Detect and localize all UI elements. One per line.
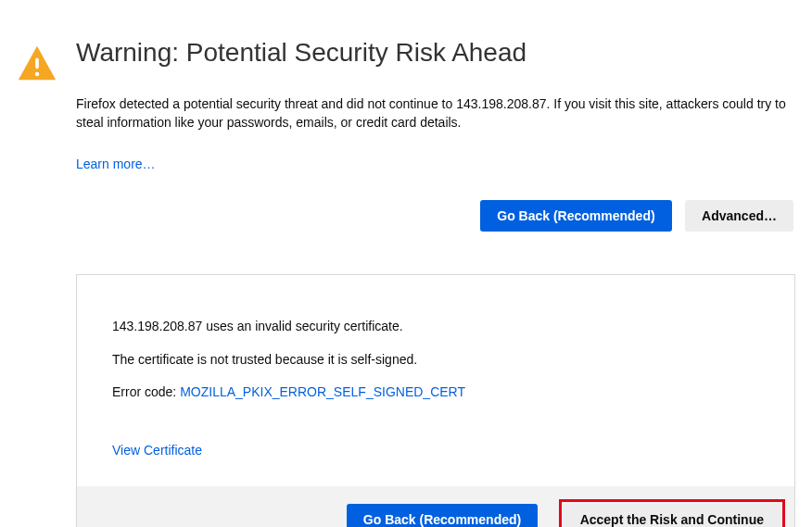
advanced-button[interactable]: Advanced… (685, 200, 793, 232)
warning-icon (17, 43, 57, 83)
advanced-panel: 143.198.208.87 uses an invalid security … (76, 274, 795, 527)
self-signed-text: The certificate is not trusted because i… (112, 351, 759, 370)
accept-highlight: Accept the Risk and Continue (559, 499, 785, 527)
invalid-cert-text: 143.198.208.87 uses an invalid security … (112, 318, 759, 336)
error-code-line: Error code: MOZILLA_PKIX_ERROR_SELF_SIGN… (112, 383, 759, 402)
svg-rect-0 (35, 58, 39, 69)
error-code-link[interactable]: MOZILLA_PKIX_ERROR_SELF_SIGNED_CERT (180, 384, 465, 399)
warning-description: Firefox detected a potential security th… (76, 94, 795, 132)
error-code-prefix: Error code: (112, 384, 180, 399)
accept-risk-button[interactable]: Accept the Risk and Continue (564, 504, 780, 527)
page-title: Warning: Potential Security Risk Ahead (76, 37, 795, 69)
learn-more-link[interactable]: Learn more… (76, 157, 156, 171)
view-certificate-link[interactable]: View Certificate (112, 443, 202, 458)
go-back-button-2[interactable]: Go Back (Recommended) (347, 504, 538, 527)
go-back-button[interactable]: Go Back (Recommended) (480, 200, 671, 232)
svg-point-1 (35, 72, 40, 77)
